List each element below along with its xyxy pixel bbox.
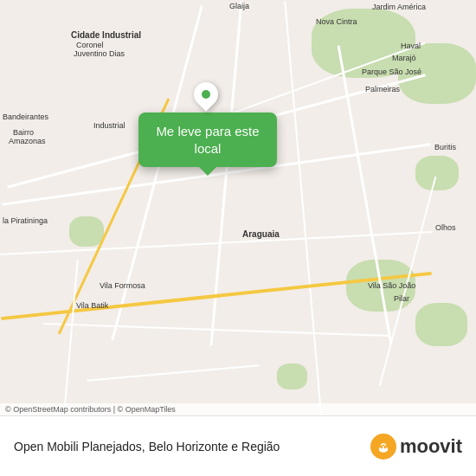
green-area-6 [69, 216, 104, 247]
map-attribution: © OpenStreetMap contributors | © OpenMap… [0, 403, 476, 415]
svg-point-2 [384, 446, 387, 448]
popup-text: Me leve para este local [156, 124, 259, 156]
place-name: Open Mobili Planejados, Belo Horizonte e… [14, 440, 280, 453]
green-area-4 [415, 303, 467, 346]
bottom-bar: Open Mobili Planejados, Belo Horizonte e… [0, 415, 476, 476]
moovit-logo: moovit [370, 434, 462, 460]
location-pin [194, 82, 218, 113]
green-area-5 [415, 156, 459, 190]
green-area-7 [277, 363, 307, 389]
attribution-text: © OpenStreetMap contributors | © OpenMap… [5, 405, 176, 414]
moovit-brand-text: moovit [400, 435, 462, 458]
moovit-icon [370, 434, 396, 460]
svg-point-1 [380, 446, 383, 448]
map-container[interactable]: Jardim América Nova Cintra Haval Marajó … [0, 0, 476, 415]
navigation-popup[interactable]: Me leve para este local [138, 113, 277, 167]
green-area-2 [398, 43, 476, 104]
